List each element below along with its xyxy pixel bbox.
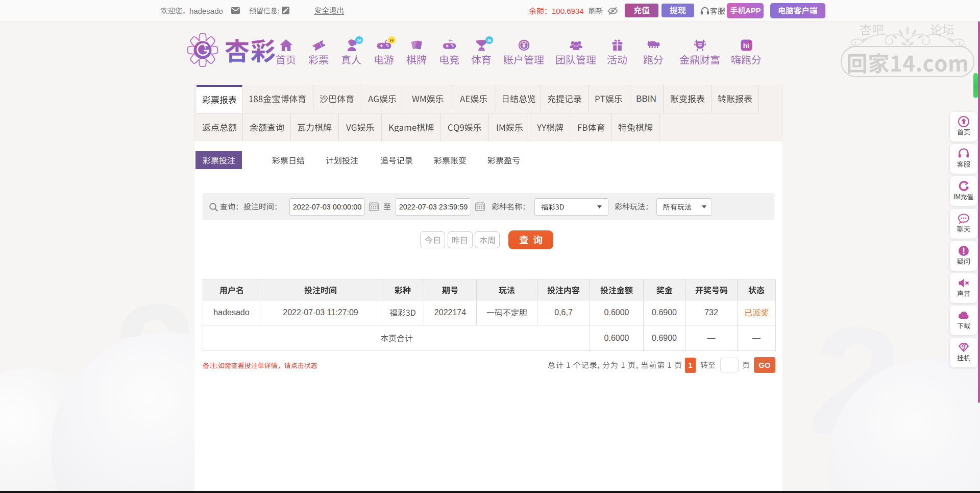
svg-text:H: H [390, 37, 394, 43]
svg-text:N: N [487, 37, 491, 43]
svg-text:hi: hi [743, 42, 749, 50]
svg-text:N: N [357, 37, 361, 43]
